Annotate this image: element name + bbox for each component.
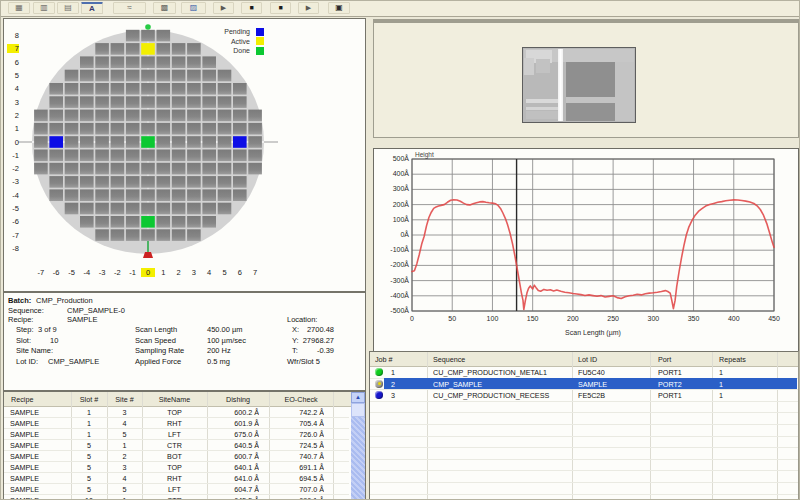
wafer-die[interactable] bbox=[95, 83, 109, 95]
jobs-table-row[interactable]: 2CMP_SAMPLESAMPLEPORT21 bbox=[370, 378, 798, 390]
sites-table-column-header[interactable]: EO-Check bbox=[269, 395, 333, 404]
list-view-button[interactable]: ▤ bbox=[57, 2, 79, 14]
wafer-die[interactable] bbox=[95, 136, 109, 148]
wafer-die[interactable] bbox=[111, 176, 125, 188]
wafer-die[interactable] bbox=[202, 189, 216, 201]
wafer-die[interactable] bbox=[126, 150, 140, 162]
wafer-die[interactable] bbox=[172, 229, 186, 241]
wafer-die[interactable] bbox=[157, 203, 171, 215]
wafer-die[interactable] bbox=[95, 150, 109, 162]
wafer-die[interactable] bbox=[187, 123, 201, 135]
wafer-die[interactable] bbox=[65, 70, 79, 82]
wafer-die[interactable] bbox=[80, 70, 94, 82]
wafer-die[interactable] bbox=[202, 216, 216, 228]
wafer-die[interactable] bbox=[172, 123, 186, 135]
wafer-row-label[interactable]: -6 bbox=[7, 217, 19, 226]
wafer-die[interactable] bbox=[111, 203, 125, 215]
wafer-die[interactable] bbox=[157, 30, 171, 42]
wafer-die[interactable] bbox=[157, 43, 171, 55]
start-button[interactable]: ▶ bbox=[213, 2, 234, 14]
wafer-die[interactable] bbox=[65, 176, 79, 188]
wafer-die[interactable] bbox=[233, 150, 247, 162]
wafer-die[interactable] bbox=[49, 123, 63, 135]
map-view-button[interactable]: ▦ bbox=[8, 2, 30, 14]
wafer-die[interactable] bbox=[141, 176, 155, 188]
wafer-die[interactable] bbox=[172, 203, 186, 215]
wafer-die[interactable] bbox=[111, 56, 125, 68]
wafer-column-label[interactable]: 0 bbox=[141, 268, 155, 277]
wafer-die[interactable] bbox=[157, 56, 171, 68]
sites-table-row[interactable]: SAMPLE14RHT601.9 Å705.4 Å bbox=[4, 417, 365, 428]
wafer-die[interactable] bbox=[202, 203, 216, 215]
wafer-die[interactable] bbox=[172, 150, 186, 162]
wafer-die[interactable] bbox=[80, 189, 94, 201]
wafer-die[interactable] bbox=[248, 123, 262, 135]
wafer-die[interactable] bbox=[202, 176, 216, 188]
wafer-row-label[interactable]: 5 bbox=[7, 71, 19, 80]
wafer-die[interactable] bbox=[187, 163, 201, 175]
wafer-die-site-done[interactable] bbox=[141, 136, 155, 148]
wafer-die[interactable] bbox=[126, 70, 140, 82]
jobs-table-column-header[interactable]: Sequence bbox=[433, 355, 566, 364]
sites-table-row[interactable]: SAMPLE55LFT604.7 Å707.0 Å bbox=[4, 483, 365, 494]
wafer-row-label[interactable]: 4 bbox=[7, 84, 19, 93]
wafer-die[interactable] bbox=[218, 189, 232, 201]
wafer-column-label[interactable]: 4 bbox=[202, 268, 216, 277]
wafer-die[interactable] bbox=[126, 110, 140, 122]
wafer-die[interactable] bbox=[126, 176, 140, 188]
wafer-die[interactable] bbox=[111, 96, 125, 108]
wafer-die[interactable] bbox=[187, 56, 201, 68]
sites-table-column-header[interactable]: SiteName bbox=[142, 395, 207, 404]
wafer-column-label[interactable]: -5 bbox=[65, 268, 79, 277]
wafer-die[interactable] bbox=[141, 150, 155, 162]
wafer-die[interactable] bbox=[172, 83, 186, 95]
resume-button[interactable]: ▶ bbox=[298, 2, 319, 14]
wafer-column-label[interactable]: 6 bbox=[233, 268, 247, 277]
wafer-die[interactable] bbox=[202, 123, 216, 135]
wafer-die[interactable] bbox=[65, 96, 79, 108]
wafer-row-label[interactable]: 7 bbox=[7, 44, 19, 53]
jobs-table-row[interactable]: 1CU_CMP_PRODUCTION_METAL1FU5C40PORT11 bbox=[370, 367, 798, 379]
wafer-die[interactable] bbox=[172, 96, 186, 108]
stop-button[interactable]: ■ bbox=[241, 2, 262, 14]
wafer-die[interactable] bbox=[65, 110, 79, 122]
wafer-die[interactable] bbox=[80, 123, 94, 135]
wafer-row-label[interactable]: 2 bbox=[7, 111, 19, 120]
signal-trace-button[interactable]: ≈ bbox=[113, 2, 146, 14]
wafer-die[interactable] bbox=[111, 70, 125, 82]
wafer-die[interactable] bbox=[95, 203, 109, 215]
wafer-die[interactable] bbox=[218, 123, 232, 135]
sites-table-column-header[interactable]: Site # bbox=[107, 395, 142, 404]
wafer-die[interactable] bbox=[111, 123, 125, 135]
wafer-die[interactable] bbox=[65, 150, 79, 162]
wafer-die[interactable] bbox=[202, 163, 216, 175]
wafer-die[interactable] bbox=[157, 136, 171, 148]
wafer-row-label[interactable]: -2 bbox=[7, 164, 19, 173]
wafer-die[interactable] bbox=[218, 110, 232, 122]
wafer-die[interactable] bbox=[202, 96, 216, 108]
wafer-die[interactable] bbox=[111, 229, 125, 241]
wafer-die[interactable] bbox=[218, 96, 232, 108]
scroll-up-icon[interactable]: ▲ bbox=[351, 392, 365, 403]
wafer-die[interactable] bbox=[202, 70, 216, 82]
wafer-die[interactable] bbox=[95, 229, 109, 241]
wafer-die[interactable] bbox=[187, 96, 201, 108]
wafer-die[interactable] bbox=[157, 96, 171, 108]
wafer-die[interactable] bbox=[95, 110, 109, 122]
wafer-die[interactable] bbox=[34, 163, 48, 175]
wafer-die[interactable] bbox=[157, 229, 171, 241]
sites-table-column-header[interactable]: Slot # bbox=[71, 395, 107, 404]
wafer-die[interactable] bbox=[172, 56, 186, 68]
wafer-die[interactable] bbox=[172, 110, 186, 122]
wafer-die[interactable] bbox=[248, 150, 262, 162]
abort-button[interactable]: ■ bbox=[270, 2, 291, 14]
wafer-die[interactable] bbox=[157, 123, 171, 135]
jobs-table-column-header[interactable]: Lot ID bbox=[578, 355, 644, 364]
wafer-die[interactable] bbox=[126, 30, 140, 42]
text-scale-button[interactable]: A bbox=[81, 2, 103, 14]
wafer-die[interactable] bbox=[95, 163, 109, 175]
jobs-table-row[interactable]: 3CU_CMP_PRODUCTION_RECESSFE5C2BPORT11 bbox=[370, 390, 798, 402]
wafer-die[interactable] bbox=[218, 70, 232, 82]
wafer-die[interactable] bbox=[49, 110, 63, 122]
wafer-die[interactable] bbox=[157, 176, 171, 188]
